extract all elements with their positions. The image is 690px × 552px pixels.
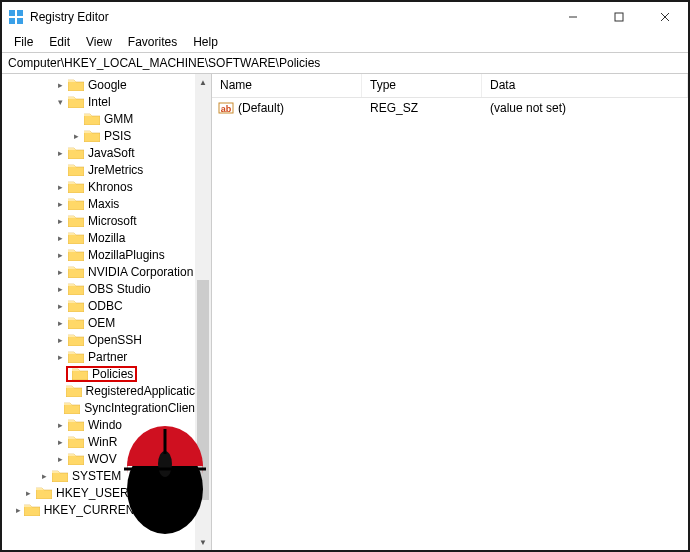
window-title: Registry Editor [30,10,109,24]
maximize-button[interactable] [596,2,642,32]
folder-icon [68,282,84,295]
column-name[interactable]: Name [212,74,362,97]
folder-icon [66,384,82,397]
tree-item[interactable]: ▸Khronos [6,178,195,195]
tree-item-label: HKEY_USER [56,486,129,500]
tree-item[interactable]: Policies [6,365,195,382]
tree-item-label: OEM [88,316,115,330]
expander-icon[interactable]: ▸ [54,454,66,464]
tree-item[interactable]: ▸Mozilla [6,229,195,246]
expander-icon[interactable]: ▸ [54,352,66,362]
menu-favorites[interactable]: Favorites [120,33,185,51]
folder-icon [68,95,84,108]
close-button[interactable] [642,2,688,32]
menu-edit[interactable]: Edit [41,33,78,51]
tree-item[interactable]: ▸WOV [6,450,195,467]
scroll-track[interactable] [195,90,211,534]
expander-icon[interactable]: ▸ [54,233,66,243]
tree-item-label: Mozilla [88,231,125,245]
expander-icon[interactable]: ▸ [22,488,34,498]
tree-item-label: GMM [104,112,133,126]
expander-icon[interactable]: ▸ [54,148,66,158]
column-type[interactable]: Type [362,74,482,97]
scroll-thumb[interactable] [197,280,209,500]
expander-icon[interactable]: ▾ [54,97,66,107]
tree-item[interactable]: ▸Microsoft [6,212,195,229]
tree-item[interactable]: ▾Intel [6,93,195,110]
expander-icon[interactable]: ▸ [54,420,66,430]
folder-icon [68,78,84,91]
expander-icon[interactable]: ▸ [54,437,66,447]
expander-icon[interactable]: ▸ [54,216,66,226]
folder-icon [84,112,100,125]
tree-item[interactable]: ▸MozillaPlugins [6,246,195,263]
expander-icon[interactable]: ▸ [54,318,66,328]
value-row[interactable]: ab(Default)REG_SZ(value not set) [212,98,688,118]
svg-rect-5 [615,13,623,21]
expander-icon[interactable]: ▸ [54,80,66,90]
tree-item-label: OBS Studio [88,282,151,296]
tree-item-label: Policies [92,367,133,381]
expander-icon[interactable]: ▸ [54,284,66,294]
tree-item-label: ODBC [88,299,123,313]
tree-item-label: JavaSoft [88,146,135,160]
expander-icon[interactable]: ▸ [54,267,66,277]
value-rows: ab(Default)REG_SZ(value not set) [212,98,688,118]
tree-item-label: MozillaPlugins [88,248,165,262]
tree-scrollbar[interactable]: ▲ ▼ [195,74,211,550]
tree-item[interactable]: ▸HKEY_CURRENT_CONFIG [6,501,195,518]
expander-icon[interactable]: ▸ [54,335,66,345]
tree-item[interactable]: ▸OBS Studio [6,280,195,297]
address-input[interactable] [2,53,688,73]
folder-icon [68,197,84,210]
tree-item[interactable]: GMM [6,110,195,127]
column-data[interactable]: Data [482,74,688,97]
tree-item[interactable]: ▸NVIDIA Corporation [6,263,195,280]
expander-icon[interactable]: ▸ [54,182,66,192]
expander-icon[interactable]: ▸ [54,301,66,311]
tree-item[interactable]: ▸HKEY_USER [6,484,195,501]
tree-item-label: Intel [88,95,111,109]
menu-view[interactable]: View [78,33,120,51]
tree-item[interactable]: ▸Windo [6,416,195,433]
tree-item[interactable]: ▸Partner [6,348,195,365]
menu-help[interactable]: Help [185,33,226,51]
menu-file[interactable]: File [6,33,41,51]
tree-item-label: Khronos [88,180,133,194]
tree-item[interactable]: RegisteredApplicatic [6,382,195,399]
tree-item[interactable]: JreMetrics [6,161,195,178]
folder-icon [68,316,84,329]
tree-item[interactable]: ▸OEM [6,314,195,331]
tree-item[interactable]: ▸Google [6,76,195,93]
svg-text:ab: ab [221,104,232,114]
value-name: (Default) [238,101,284,115]
folder-icon [72,367,88,380]
tree-item[interactable]: ▸ODBC [6,297,195,314]
title-bar: Registry Editor [2,2,688,32]
tree-item-label: Microsoft [88,214,137,228]
folder-icon [68,452,84,465]
tree-item[interactable]: ▸OpenSSH [6,331,195,348]
expander-icon[interactable]: ▸ [54,250,66,260]
tree-item[interactable]: ▸WinR [6,433,195,450]
tree-item[interactable]: ▸Maxis [6,195,195,212]
key-tree[interactable]: ▸Google▾IntelGMM▸PSIS▸JavaSoftJreMetrics… [2,74,195,520]
scroll-up-button[interactable]: ▲ [195,74,211,90]
tree-item-label: WinR [88,435,117,449]
scroll-down-button[interactable]: ▼ [195,534,211,550]
folder-icon [84,129,100,142]
tree-item[interactable]: ▸JavaSoft [6,144,195,161]
expander-icon[interactable]: ▸ [70,131,82,141]
folder-icon [68,299,84,312]
tree-item[interactable]: ▸PSIS [6,127,195,144]
content-area: ▸Google▾IntelGMM▸PSIS▸JavaSoftJreMetrics… [2,74,688,550]
address-bar [2,52,688,74]
expander-icon[interactable]: ▸ [54,199,66,209]
expander-icon[interactable]: ▸ [15,505,22,515]
expander-icon[interactable]: ▸ [38,471,50,481]
tree-item[interactable]: SyncIntegrationClien [6,399,195,416]
minimize-button[interactable] [550,2,596,32]
folder-icon [68,214,84,227]
string-value-icon: ab [218,100,234,116]
tree-item[interactable]: ▸SYSTEM [6,467,195,484]
